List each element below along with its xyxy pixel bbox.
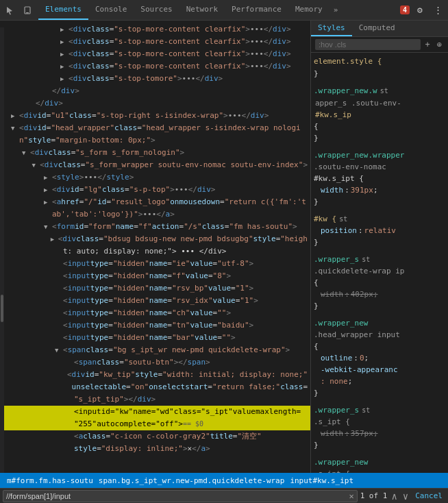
- expand-arrow[interactable]: ▶: [11, 110, 19, 122]
- dom-line[interactable]: t: auto; display: none;"> ••• </div>: [0, 245, 310, 258]
- dom-line[interactable]: ▼ <form id="form" name="f" action="/s" c…: [0, 221, 310, 233]
- expand-arrow[interactable]: ▶: [60, 73, 69, 85]
- dom-line[interactable]: unselectable="on" onselectstart="return …: [0, 381, 310, 393]
- style-prop: outline : 0 ;: [314, 352, 445, 364]
- dom-tree[interactable]: ▶ <div class="s-top-more-content clearfi…: [0, 21, 310, 473]
- tab-network[interactable]: Network: [179, 0, 225, 20]
- dom-line[interactable]: ▶ <div class="s-top-more-content clearfi…: [0, 36, 310, 48]
- dom-line[interactable]: ▼ <span class="bg s_ipt_wr new-pmd quick…: [0, 344, 310, 356]
- style-close-brace: }: [314, 68, 445, 79]
- style-rule-wrapper: .wrapper_new.wrapper .soutu-env-nomac #k…: [314, 149, 445, 208]
- dom-line[interactable]: style="display: inline;" >✕</a>: [0, 443, 310, 455]
- dom-line[interactable]: <div id="kw_tip" style="width: initial; …: [0, 369, 310, 381]
- more-styles-icon[interactable]: ⊕: [435, 39, 444, 50]
- highlighted-input-kw[interactable]: <input id="kw" name="wd" class="s_ipt" v…: [0, 406, 310, 418]
- style-prop: position : relativ: [314, 225, 445, 236]
- dom-line[interactable]: <a class="c-icon c-color-gray2" title="清…: [0, 430, 310, 443]
- expand-arrow[interactable]: ▶: [44, 196, 52, 208]
- main-tabs: Elements Console Sources Network Perform…: [38, 0, 342, 20]
- styles-panel: Styles Computed + ⊕ element.style { } .w…: [311, 21, 448, 473]
- dom-line[interactable]: ▼ <div id="head_wrapper" class="head_wra…: [0, 122, 310, 134]
- dom-line[interactable]: <input type="hidden" name="rsv_idx" valu…: [0, 295, 310, 307]
- tab-sources[interactable]: Sources: [134, 0, 179, 20]
- more-tabs-button[interactable]: »: [329, 0, 343, 20]
- search-next-button[interactable]: ∨: [401, 491, 410, 502]
- expand-arrow[interactable]: ▶: [60, 36, 69, 48]
- style-close-brace: }: [314, 236, 445, 248]
- highlighted-input-kw-2[interactable]: "255" autocomplete="off" > == $0: [0, 418, 310, 430]
- error-badge[interactable]: 4: [400, 5, 410, 14]
- dom-line[interactable]: <span class="soutu-btn" > </span>: [0, 356, 310, 369]
- dom-line[interactable]: ▶ <div id="u1" class="s-top-right s-isin…: [0, 110, 310, 122]
- devtools-icons: [3, 3, 36, 18]
- search-input[interactable]: [6, 492, 349, 500]
- tab-console[interactable]: Console: [88, 0, 134, 20]
- search-input-wrap: ✕: [3, 490, 358, 502]
- style-prop: -webkit-appearanc: [314, 364, 445, 376]
- dom-line[interactable]: ▶ <div class="s-top-more-content clearfi…: [0, 23, 310, 36]
- tab-styles[interactable]: Styles: [311, 21, 352, 36]
- dom-line[interactable]: "s_ipt_tip" ></div>: [0, 393, 310, 406]
- dom-line[interactable]: </div>: [0, 85, 310, 97]
- dom-line[interactable]: <input type="hidden" name="f" value="8" …: [0, 270, 310, 282]
- more-options-icon[interactable]: ⋮: [430, 3, 445, 18]
- expand-arrow[interactable]: ▶: [44, 184, 52, 196]
- style-rule-element: element.style { }: [314, 56, 445, 79]
- style-close-brace: }: [314, 387, 445, 399]
- expand-arrow[interactable]: ▼: [32, 159, 40, 171]
- tab-computed[interactable]: Computed: [352, 21, 402, 36]
- inspect-icon[interactable]: [21, 3, 36, 18]
- cursor-icon[interactable]: [3, 3, 18, 18]
- dom-line[interactable]: ▶ <a href="/" id="result_logo" onmousedo…: [0, 196, 310, 208]
- expand-arrow[interactable]: ▼: [44, 221, 52, 233]
- top-toolbar: Elements Console Sources Network Perform…: [0, 0, 448, 21]
- expand-arrow[interactable]: ▶: [60, 48, 69, 60]
- breadcrumb-item-2[interactable]: input#kw.s_ipt: [287, 476, 356, 485]
- add-style-icon[interactable]: +: [423, 39, 432, 50]
- breadcrumb-bar: m#form.fm.has-soutu span.bg.s_ipt_wr.new…: [0, 473, 448, 488]
- styles-content[interactable]: element.style { } .wrapper_new.w st appe…: [311, 53, 448, 473]
- dom-line[interactable]: ▶ <div class="s-top-more-content clearfi…: [0, 60, 310, 73]
- settings-icon[interactable]: ⚙: [412, 3, 427, 18]
- dom-line[interactable]: ▶ <style > ••• </style>: [0, 171, 310, 184]
- expand-arrow[interactable]: ▼: [22, 147, 30, 159]
- dom-line[interactable]: ▶ <div class="s-top-more-content clearfi…: [0, 48, 310, 60]
- style-rule-wrapper-s: .wrapper_s st .quickdelete-wrap ip { wid…: [314, 254, 445, 312]
- scroll-indicator-thumb[interactable]: [1, 295, 3, 322]
- dom-line[interactable]: <input type="hidden" name="ie" value="ut…: [0, 258, 310, 270]
- expand-arrow[interactable]: ▶: [51, 233, 58, 245]
- style-rule-wrapper-new: .wrapper_new.w st apper_s .soutu-env- #k…: [314, 85, 445, 144]
- styles-filter-input[interactable]: [315, 39, 421, 50]
- dom-line[interactable]: n" style="margin-bottom: 0px;" >: [0, 134, 310, 147]
- dom-line[interactable]: ▼ <div class="s_form s_form_nologin" >: [0, 147, 310, 159]
- style-close-brace: }: [314, 300, 445, 312]
- dom-line[interactable]: ▼ <div class="s_form_wrapper soutu-env-n…: [0, 159, 310, 171]
- search-prev-button[interactable]: ∧: [390, 491, 398, 502]
- style-rule-wrapper-new-sipt: .wrapper_new .s_ipt { height : 38px ; fo…: [314, 456, 445, 473]
- breadcrumb-item-0[interactable]: m#form.fm.has-soutu: [4, 476, 96, 485]
- search-bar: ✕ 1 of 1 ∧ ∨ Cancel: [0, 488, 448, 503]
- dom-line[interactable]: <input type="hidden" name="rsv_bp" value…: [0, 282, 310, 295]
- search-result-count: 1 of 1: [360, 491, 388, 500]
- expand-arrow[interactable]: ▶: [60, 23, 69, 36]
- dom-line[interactable]: ▶ <div class="bdsug bdsug-new new-pmd bd…: [0, 233, 310, 245]
- dom-line[interactable]: ▶ <div id="lg" class="s-p-top" > ••• </d…: [0, 184, 310, 196]
- dom-line[interactable]: </div>: [0, 97, 310, 110]
- dom-line[interactable]: ▶ <div class="s-top-tomore" > ••• </div>: [0, 73, 310, 85]
- style-prop: width : 391px ;: [314, 184, 445, 196]
- dom-line[interactable]: ab','tab':'logo'})"> ••• </a>: [0, 208, 310, 221]
- tab-memory[interactable]: Memory: [288, 0, 329, 20]
- tab-elements[interactable]: Elements: [38, 0, 88, 20]
- breadcrumb-item-1[interactable]: span.bg.s_ipt_wr.new-pmd.quickdelete-wra…: [96, 476, 288, 485]
- search-cancel-button[interactable]: Cancel: [412, 491, 445, 500]
- expand-arrow[interactable]: ▶: [60, 60, 69, 73]
- dom-line[interactable]: <input type="hidden" name="bar" value=""…: [0, 332, 310, 344]
- expand-arrow[interactable]: ▼: [11, 122, 19, 134]
- expand-arrow[interactable]: ▶: [44, 171, 52, 184]
- tab-performance[interactable]: Performance: [225, 0, 288, 20]
- main-content: ▶ <div class="s-top-more-content clearfi…: [0, 21, 448, 473]
- search-clear-icon[interactable]: ✕: [349, 491, 353, 501]
- dom-line[interactable]: <input type="hidden" name="ch" value="" …: [0, 307, 310, 319]
- dom-line[interactable]: <input type="hidden" name="tn" value="ba…: [0, 319, 310, 332]
- expand-arrow[interactable]: ▼: [55, 344, 63, 356]
